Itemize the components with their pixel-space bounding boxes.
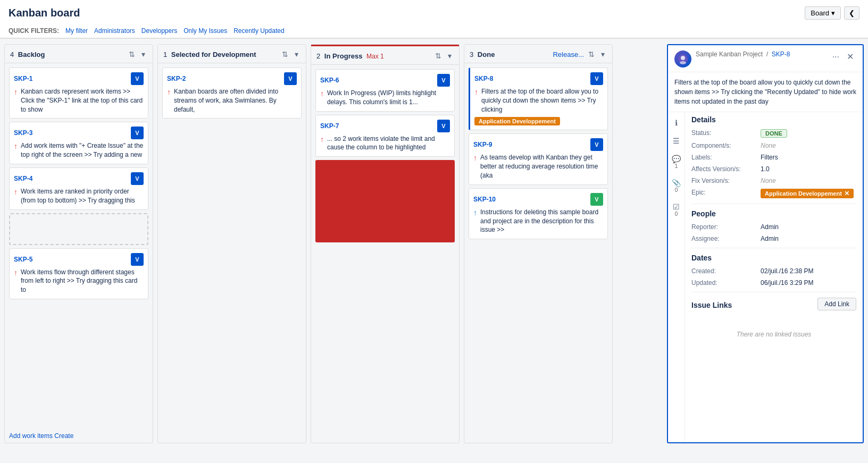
affects-label: Affects Version/s:: [691, 165, 761, 173]
column-done-cards: SKP-8 V ↑ Filters at the top of the boar…: [464, 63, 612, 443]
filter-administrators[interactable]: Administrators: [94, 27, 135, 35]
card-text-skp-1: Kanban cards represent work items >> Cli…: [21, 87, 144, 114]
fix-label: Fix Version/s:: [691, 177, 761, 184]
panel-scroll-content: Details Status: DONE Component/s: None L…: [685, 112, 863, 442]
panel-breadcrumb: Sample Kanban Project / SKP-8: [696, 50, 825, 58]
column-inprogress-menu[interactable]: ▾: [446, 50, 454, 61]
panel-close-button[interactable]: ✕: [844, 50, 856, 63]
card-text-skp-2: Kanban boards are often divided into str…: [174, 87, 297, 114]
created-label: Created:: [691, 267, 761, 275]
card-text-skp-4: Work items are ranked in priority order …: [21, 187, 144, 205]
card-text-skp-9: As teams develop with Kanban they get be…: [480, 153, 603, 180]
dates-section-title: Dates: [691, 254, 856, 262]
card-skp-4[interactable]: SKP-4 V ↑ Work items are ranked in prior…: [9, 167, 148, 210]
card-skp-8[interactable]: SKP-8 V ↑ Filters at the top of the boar…: [469, 68, 608, 130]
detail-updated-row: Updated: 06/juil./16 3:29 PM: [691, 279, 856, 287]
status-value[interactable]: DONE: [761, 129, 856, 138]
card-skp-6[interactable]: SKP-6 V ↑ Work In Progress (WIP) limits …: [315, 69, 455, 112]
card-id-skp-3[interactable]: SKP-3: [14, 129, 32, 137]
column-selected-sort[interactable]: ⇅: [280, 49, 290, 60]
card-id-skp-8[interactable]: SKP-8: [474, 75, 493, 82]
status-label: Status:: [691, 129, 761, 137]
filter-developpers[interactable]: Developpers: [141, 27, 177, 35]
components-value: None: [761, 142, 856, 149]
card-skp-9[interactable]: SKP-9 V ↑ As teams develop with Kanban t…: [469, 133, 608, 184]
column-done-menu[interactable]: ▾: [599, 49, 607, 60]
card-id-skp-2[interactable]: SKP-2: [167, 75, 186, 82]
card-skp-7[interactable]: SKP-7 V ↑ ... so 2 work items violate th…: [315, 115, 455, 157]
card-skp-2[interactable]: SKP-2 V ↑ Kanban boards are often divide…: [162, 68, 302, 119]
column-backlog-menu[interactable]: ▾: [139, 49, 147, 60]
fix-value: None: [761, 177, 856, 184]
card-skp-3[interactable]: SKP-3 V ↑ Add work items with "+ Create …: [9, 122, 148, 164]
detail-fix-row: Fix Version/s: None: [691, 177, 856, 184]
column-backlog-sort[interactable]: ⇅: [127, 49, 137, 60]
column-selected-menu[interactable]: ▾: [293, 49, 301, 60]
card-avatar-skp-6: V: [437, 74, 450, 87]
card-skp-1[interactable]: SKP-1 V ↑ Kanban cards represent work it…: [9, 68, 148, 119]
priority-icon-skp-9: ↑: [473, 154, 477, 162]
priority-icon-skp-7: ↑: [320, 135, 324, 144]
detail-status-row: Status: DONE: [691, 129, 856, 138]
labels-label: Labels:: [691, 154, 761, 161]
components-label: Component/s:: [691, 142, 761, 149]
list-icon[interactable]: ☰: [673, 137, 680, 145]
release-link[interactable]: Release...: [553, 50, 584, 58]
attachment-icon[interactable]: 📎 0: [672, 179, 681, 193]
divider-2: [691, 248, 856, 248]
card-avatar-skp-4: V: [131, 172, 144, 185]
card-id-skp-9[interactable]: SKP-9: [473, 141, 492, 148]
labels-value: Filters: [761, 154, 856, 161]
card-avatar-skp-3: V: [131, 127, 144, 139]
card-tag-skp-8: Application Developpement: [474, 117, 560, 125]
priority-icon-skp-6: ↑: [320, 89, 324, 98]
add-work-item-button[interactable]: Add work items Create: [5, 429, 153, 443]
comment-icon[interactable]: 💬 1: [672, 155, 681, 169]
column-backlog: 4 Backlog ⇅ ▾ SKP-1 V ↑ Kanban: [4, 44, 153, 443]
column-header-done: 3 Done Release... ⇅ ▾: [464, 45, 612, 63]
filter-recently-updated[interactable]: Recently Updated: [233, 27, 284, 35]
epic-remove-button[interactable]: ✕: [844, 190, 849, 197]
add-link-button[interactable]: Add Link: [817, 298, 856, 310]
card-id-skp-5[interactable]: SKP-5: [14, 256, 32, 263]
detail-labels-row: Labels: Filters: [691, 154, 856, 161]
priority-icon-skp-3: ↑: [14, 142, 18, 150]
detail-epic-row: Epic: Application Developpement ✕: [691, 189, 856, 198]
panel-side-icons: ℹ ☰ 💬 1 📎 0 ☑ 0: [668, 112, 685, 442]
column-inprogress-sort[interactable]: ⇅: [433, 50, 444, 61]
column-inprogress-cards: SKP-6 V ↑ Work In Progress (WIP) limits …: [311, 65, 459, 443]
panel-issue-link[interactable]: SKP-8: [772, 50, 790, 58]
card-skp-10[interactable]: SKP-10 V ↑ Instructions for deleting thi…: [469, 188, 608, 239]
assignee-label: Assignee:: [691, 235, 761, 242]
card-text-skp-10: Instructions for deleting this sample bo…: [480, 208, 603, 234]
panel-more-button[interactable]: ···: [830, 51, 842, 63]
filter-my-filter[interactable]: My filter: [65, 27, 88, 35]
card-text-skp-6: Work In Progress (WIP) limits highlight …: [327, 89, 450, 107]
card-avatar-skp-1: V: [131, 72, 144, 85]
card-id-skp-6[interactable]: SKP-6: [320, 77, 339, 84]
card-id-skp-10[interactable]: SKP-10: [473, 196, 496, 203]
panel-header: Sample Kanban Project / SKP-8 ··· ✕: [668, 45, 863, 72]
epic-label: Epic:: [691, 189, 761, 196]
column-backlog-cards: SKP-1 V ↑ Kanban cards represent work it…: [5, 63, 153, 429]
priority-icon-skp-5: ↑: [14, 268, 18, 277]
panel-main-content: ℹ ☰ 💬 1 📎 0 ☑ 0: [668, 112, 863, 442]
affects-value: 1.0: [761, 165, 856, 173]
card-id-skp-7[interactable]: SKP-7: [320, 122, 339, 130]
card-skp-5[interactable]: SKP-5 V ↑ Work items flow through differ…: [9, 248, 148, 299]
filter-only-my-issues[interactable]: Only My Issues: [183, 27, 227, 35]
info-icon[interactable]: ℹ: [675, 119, 678, 127]
collapse-button[interactable]: ❮: [844, 6, 859, 20]
page-title: Kanban board: [9, 7, 80, 19]
card-avatar-skp-9: V: [590, 138, 603, 151]
checklist-icon[interactable]: ☑ 0: [673, 203, 680, 217]
board-button[interactable]: Board ▾: [805, 6, 841, 20]
quick-filters-label: QUICK FILTERS:: [9, 27, 59, 35]
card-avatar-skp-10: V: [590, 193, 603, 206]
column-done-sort[interactable]: ⇅: [586, 49, 597, 60]
card-id-skp-4[interactable]: SKP-4: [14, 175, 32, 182]
card-id-skp-1[interactable]: SKP-1: [14, 75, 32, 82]
detail-components-row: Component/s: None: [691, 142, 856, 149]
wip-placeholder: [315, 160, 455, 242]
issue-links-section-title: Issue Links: [691, 301, 732, 309]
